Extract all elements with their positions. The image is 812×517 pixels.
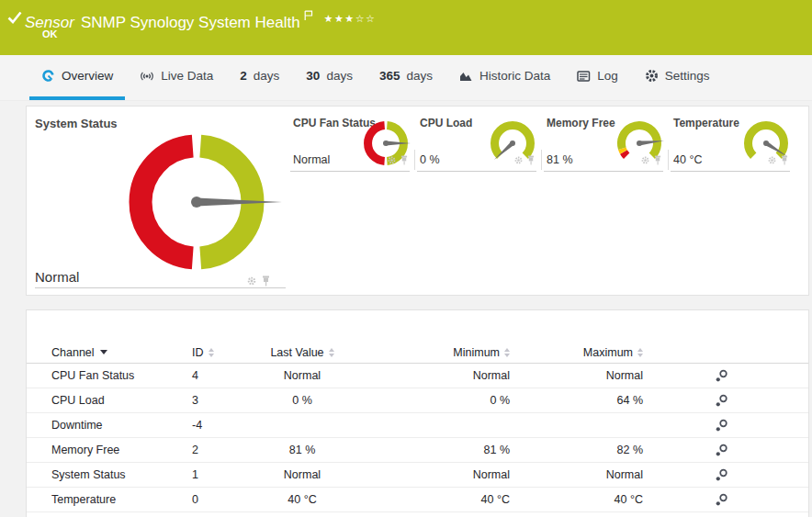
channel-settings-icon[interactable] bbox=[648, 394, 808, 408]
status-badge: OK bbox=[42, 28, 58, 39]
historic-icon bbox=[459, 70, 473, 82]
tab-settings[interactable]: Settings bbox=[633, 55, 722, 100]
cell-last-value: 40 °C bbox=[238, 493, 367, 506]
tab-365-days[interactable]: 365 days bbox=[367, 55, 445, 100]
column-header-maximum[interactable]: Maximum bbox=[515, 346, 648, 359]
gauge-settings-gear-icon[interactable] bbox=[640, 152, 650, 169]
sort-desc-icon bbox=[100, 350, 107, 354]
cell-channel: CPU Fan Status bbox=[51, 369, 192, 382]
cell-minimum: Normal bbox=[367, 468, 515, 481]
sort-icon bbox=[209, 348, 214, 357]
tab-day-count: 30 bbox=[306, 69, 320, 83]
table-row: Memory Free 2 81 % 81 % 82 % bbox=[27, 438, 808, 463]
gauge-settings-gear-icon[interactable] bbox=[513, 152, 524, 169]
cell-last-value: Normal bbox=[238, 369, 367, 382]
sensor-title-line: SensorSNMP Synology System Health★★★☆☆ bbox=[25, 7, 376, 32]
gauge-cell-cpu-load: CPU Load 0 % bbox=[414, 116, 541, 172]
tab-day-count: 365 bbox=[379, 69, 400, 83]
tab-bar: Overview Live Data 2 days 30 days 365 da… bbox=[0, 55, 812, 101]
primary-gauge-underline bbox=[35, 287, 286, 288]
tab-log[interactable]: Log bbox=[565, 55, 630, 100]
gauge-underline bbox=[417, 171, 536, 172]
cell-channel: System Status bbox=[51, 468, 192, 481]
sensor-header: SensorSNMP Synology System Health★★★☆☆ O… bbox=[0, 0, 812, 55]
tab-label: Historic Data bbox=[479, 69, 550, 83]
cell-minimum: 40 °C bbox=[367, 493, 515, 506]
tab-30-days[interactable]: 30 days bbox=[294, 55, 365, 100]
live-icon bbox=[140, 70, 154, 83]
sort-icon bbox=[504, 348, 510, 357]
gauge-title: Temperature bbox=[673, 117, 739, 129]
table-row: Downtime -4 bbox=[27, 413, 808, 438]
table-header-row: Channel ID Last Value Minimum Maximum bbox=[27, 342, 808, 364]
table-body: CPU Fan Status 4 Normal Normal Normal CP… bbox=[27, 364, 808, 512]
cell-maximum: 40 °C bbox=[515, 493, 648, 506]
priority-stars[interactable]: ★★★☆☆ bbox=[324, 13, 377, 24]
tab-day-count: 2 bbox=[240, 69, 247, 83]
column-header-last-value[interactable]: Last Value bbox=[238, 346, 367, 359]
gauge-pin-icon[interactable] bbox=[527, 152, 535, 169]
table-row: Temperature 0 40 °C 40 °C 40 °C bbox=[27, 488, 808, 512]
channels-panel: Channel ID Last Value Minimum Maximum CP… bbox=[26, 309, 809, 517]
cell-id: 0 bbox=[192, 493, 238, 506]
column-header-minimum[interactable]: Minimum bbox=[367, 346, 515, 359]
gauge-underline bbox=[290, 171, 410, 172]
gauge-pin-icon[interactable] bbox=[400, 152, 408, 169]
column-header-id[interactable]: ID bbox=[192, 346, 238, 359]
cell-id: 4 bbox=[192, 369, 238, 382]
log-icon bbox=[577, 70, 591, 83]
tab-label: days bbox=[254, 69, 280, 83]
sort-icon bbox=[329, 348, 334, 357]
overview-icon bbox=[41, 69, 55, 83]
channel-settings-icon[interactable] bbox=[648, 444, 808, 457]
channel-settings-icon[interactable] bbox=[648, 493, 808, 507]
table-row: CPU Load 3 0 % 0 % 64 % bbox=[27, 388, 808, 413]
gauge-value: 0 % bbox=[420, 153, 440, 166]
tab-label: Live Data bbox=[161, 69, 213, 83]
cell-minimum: 81 % bbox=[367, 444, 515, 456]
ok-check-icon bbox=[7, 10, 22, 25]
tab-overview[interactable]: Overview bbox=[29, 55, 125, 100]
table-row: CPU Fan Status 4 Normal Normal Normal bbox=[27, 364, 808, 388]
cell-id: 3 bbox=[192, 394, 238, 407]
cell-id: 1 bbox=[192, 468, 238, 481]
channel-settings-icon[interactable] bbox=[648, 369, 808, 383]
channel-settings-icon[interactable] bbox=[648, 468, 808, 482]
gauge-cell-cpu-fan-status: CPU Fan Status Normal bbox=[288, 116, 414, 172]
tab-label: Settings bbox=[665, 69, 710, 83]
gauge-title: Memory Free bbox=[547, 117, 615, 129]
column-header-channel[interactable]: Channel bbox=[51, 346, 192, 359]
cell-id: 2 bbox=[192, 444, 238, 456]
cell-minimum: 0 % bbox=[367, 394, 515, 407]
tab-label: days bbox=[326, 69, 353, 83]
cell-channel: CPU Load bbox=[51, 394, 192, 407]
flag-icon[interactable] bbox=[304, 7, 313, 25]
gauge-pin-icon[interactable] bbox=[781, 152, 788, 169]
gauge-cell-temperature: Temperature 40 °C bbox=[668, 116, 795, 172]
cell-maximum: 82 % bbox=[515, 444, 648, 456]
primary-gauge-title: System Status bbox=[35, 117, 118, 130]
channel-settings-icon[interactable] bbox=[648, 419, 808, 433]
gauge-value: 40 °C bbox=[673, 153, 702, 166]
tab-2-days[interactable]: 2 days bbox=[228, 55, 291, 100]
gauge-underline bbox=[544, 171, 663, 172]
cell-last-value: 0 % bbox=[238, 394, 367, 407]
settings-icon bbox=[645, 69, 659, 83]
gauge-settings-gear-icon[interactable] bbox=[387, 152, 397, 169]
gauge-pin-icon[interactable] bbox=[654, 152, 661, 169]
tab-label: Overview bbox=[62, 69, 113, 83]
primary-gauge-value: Normal bbox=[35, 269, 79, 285]
tab-live-data[interactable]: Live Data bbox=[128, 55, 225, 100]
gauge-cell-memory-free: Memory Free 81 % bbox=[541, 116, 668, 172]
sort-icon bbox=[637, 348, 643, 357]
system-status-gauge bbox=[116, 121, 292, 283]
cell-maximum: Normal bbox=[515, 369, 648, 382]
gauge-underline bbox=[671, 171, 790, 172]
gauge-value: 81 % bbox=[547, 153, 573, 166]
cell-minimum: Normal bbox=[367, 369, 515, 382]
gauge-settings-gear-icon[interactable] bbox=[767, 152, 777, 169]
gauge-title: CPU Load bbox=[420, 117, 472, 129]
cell-last-value: 81 % bbox=[238, 444, 367, 456]
gauges-panel: System Status Normal CPU Fan Status Norm… bbox=[26, 106, 809, 296]
tab-historic-data[interactable]: Historic Data bbox=[447, 55, 562, 100]
